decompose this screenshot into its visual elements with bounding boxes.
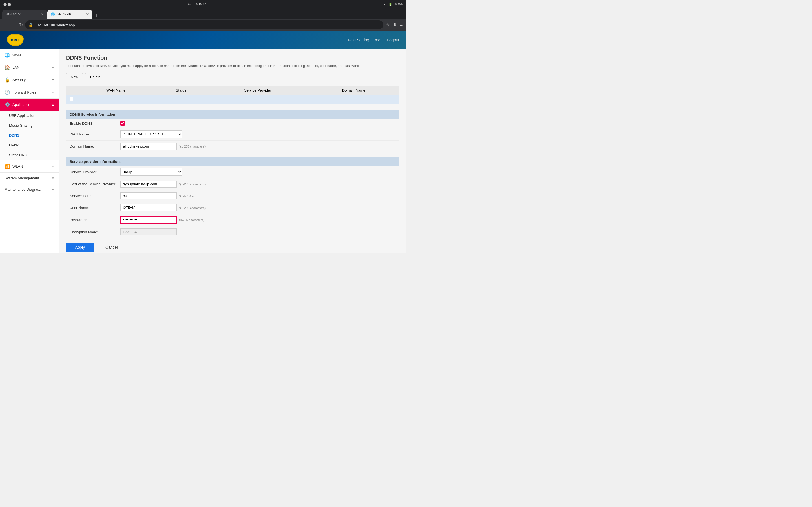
domain-name-input[interactable] [120,143,177,150]
tab-label-active: My No-IP [57,12,71,16]
sidebar-section-forward-rules: 🕐 Forward Rules ▼ [0,86,59,99]
sidebar-forward-rules-label: Forward Rules [12,90,36,94]
sidebar: 🌐 WAN 🏠 LAN ▼ 🔒 S [0,49,59,253]
delete-button[interactable]: Delete [85,73,105,81]
logo-text: my.t [11,38,20,43]
lan-icon: 🏠 [4,65,10,70]
sidebar-item-lan[interactable]: 🏠 LAN ▼ [0,61,59,73]
download-icon[interactable]: ⬇ [392,21,398,29]
sidebar-section-application: ⚙️ Application ▲ USB Application Media S… [0,99,59,160]
sidebar-subitem-ddns[interactable]: DDNS [0,130,59,140]
browser-tabs: HG8145V5 ✕ 🌐 My No-IP ✕ + [0,8,406,18]
password-hint: (0-256 characters) [179,218,204,222]
security-chevron: ▼ [52,78,54,81]
logo: my.t [7,34,24,46]
titlebar-right: ▲ 🔋 100% [383,3,403,6]
service-provider-info-section: Service provider information: Service Pr… [66,157,399,238]
apply-button[interactable]: Apply [66,242,94,252]
password-label: Password: [70,218,120,222]
sidebar-security-label: Security [12,78,26,82]
user-label: root [375,38,382,42]
new-tab-button[interactable]: + [93,12,100,18]
encryption-label: Encryption Mode: [70,230,120,234]
address-bar[interactable]: 🔒 192.168.100.1/index.asp [25,20,384,29]
col-wan-name: WAN Name [77,86,155,95]
encryption-input [120,228,177,235]
wan-icon: 🌐 [4,52,10,58]
host-label: Host of the Service Provider: [70,182,120,186]
maintenance-chevron: ▼ [52,188,54,191]
fast-setting-link[interactable]: Fast Setting [348,38,369,42]
new-button[interactable]: New [66,73,83,81]
back-button[interactable]: ← [2,21,9,29]
lan-chevron: ▼ [52,66,54,69]
sidebar-item-forward-rules[interactable]: 🕐 Forward Rules ▼ [0,86,59,98]
wan-name-select[interactable]: 1_INTERNET_R_VID_188 [120,130,183,138]
sidebar-subitem-usb-application[interactable]: USB Application [0,111,59,121]
row-domain-name: ---- [308,95,399,104]
forward-rules-icon: 🕐 [4,90,10,95]
application-icon: ⚙️ [4,102,10,107]
form-row-domain-name: Domain Name: *(1-255 characters) [66,140,399,152]
username-input[interactable] [120,204,177,211]
form-row-encryption: Encryption Mode: [66,226,399,238]
battery-level: 100% [395,3,403,6]
sidebar-item-security[interactable]: 🔒 Security ▼ [0,74,59,86]
form-row-service-provider: Service Provider: no-ip [66,166,399,178]
host-input[interactable] [120,180,177,187]
row-service-provider: ---- [207,95,308,104]
browser-toolbar: ← → ↻ 🔒 192.168.100.1/index.asp ☆ ⬇ ≡ [0,18,406,31]
service-port-input[interactable] [120,192,177,200]
security-icon: 🔒 [29,23,33,27]
form-row-username: User Name: *(1-256 characters) [66,202,399,214]
sidebar-subitem-upnp[interactable]: UPnP [0,140,59,150]
service-provider-label: Service Provider: [70,170,120,174]
sidebar-subitem-media-sharing[interactable]: Media Sharing [0,121,59,130]
sidebar-item-application[interactable]: ⚙️ Application ▲ [0,99,59,111]
sidebar-section-wan: 🌐 WAN [0,49,59,61]
header-nav: Fast Setting root Logout [348,38,399,42]
col-domain-name: Domain Name [308,86,399,95]
enable-ddns-label: Enable DDNS: [70,121,120,126]
sidebar-section-system-management: System Management ▼ [0,173,59,184]
ddns-service-info-section: DDNS Service Information: Enable DDNS: W… [66,110,399,152]
tab-close-my-no-ip[interactable]: ✕ [86,12,89,17]
router-header: my.t Fast Setting root Logout [0,31,406,49]
window-controls: ⬤ ⬤ [3,3,11,6]
menu-icon[interactable]: ≡ [399,21,404,29]
sidebar-item-maintenance[interactable]: Maintenance Diagno... ▼ [0,184,59,195]
page-title: DDNS Function [66,55,399,61]
application-chevron: ▲ [52,103,54,106]
forward-button[interactable]: → [10,21,17,29]
sidebar-item-wan[interactable]: 🌐 WAN [0,49,59,61]
service-provider-select[interactable]: no-ip [120,168,183,176]
wlan-icon: 📶 [4,164,10,169]
sidebar-subitem-static-dns[interactable]: Static DNS [0,150,59,160]
sidebar-wlan-label: WLAN [12,164,23,168]
application-submenu: USB Application Media Sharing DDNS UPnP … [0,111,59,160]
form-row-service-port: Service Port: *(1-65535) [66,190,399,202]
sidebar-section-wlan: 📶 WLAN ▼ [0,160,59,173]
router-app: my.t Fast Setting root Logout 🌐 WAN [0,31,406,253]
battery-icon: 🔋 [389,3,393,6]
password-input[interactable] [120,216,177,224]
row-checkbox[interactable] [70,97,73,101]
bottom-buttons: Apply Cancel [66,242,399,252]
tab-close-hg8145v5[interactable]: ✕ [41,12,44,17]
form-row-host: Host of the Service Provider: *(1-255 ch… [66,178,399,190]
enable-ddns-checkbox[interactable] [120,121,125,126]
sidebar-application-label: Application [12,103,31,107]
tab-hg8145v5[interactable]: HG8145V5 ✕ [2,10,47,18]
logout-link[interactable]: Logout [387,38,399,42]
sidebar-item-wlan[interactable]: 📶 WLAN ▼ [0,160,59,172]
reload-button[interactable]: ↻ [18,21,24,29]
cancel-button[interactable]: Cancel [96,242,127,252]
username-label: User Name: [70,206,120,210]
sidebar-item-system-management[interactable]: System Management ▼ [0,173,59,184]
tab-my-no-ip[interactable]: 🌐 My No-IP ✕ [47,10,93,18]
ddns-table: WAN Name Status Service Provider Domain … [66,86,399,104]
ddns-service-info-header: DDNS Service Information: [66,110,399,119]
browser-titlebar: ⬤ ⬤ Aug 15 15:54 ▲ 🔋 100% [0,0,406,8]
service-port-label: Service Port: [70,194,120,198]
bookmark-icon[interactable]: ☆ [385,21,391,29]
